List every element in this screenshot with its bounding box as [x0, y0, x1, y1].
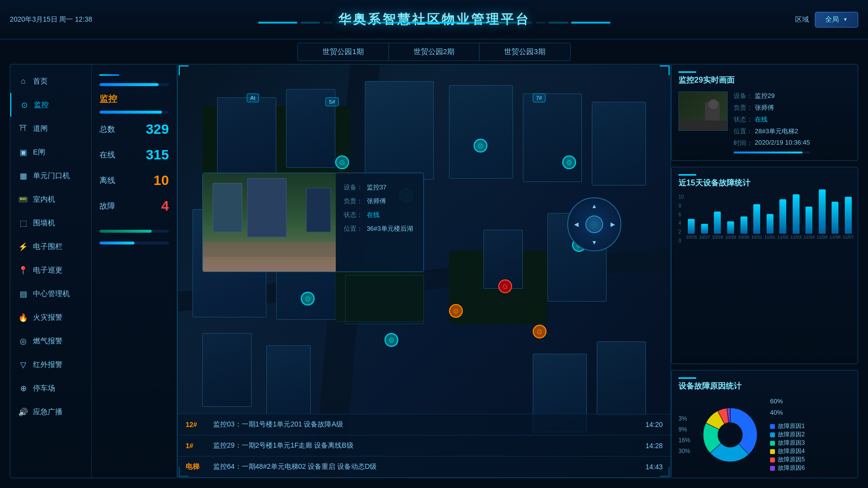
cam-location-row: 位置： 36#3单元楼后湖 [344, 224, 416, 233]
sub-nav-item-3[interactable]: 世贸公园3期 [480, 43, 570, 61]
cam-location-label: 位置： [344, 225, 363, 232]
monitor-status-value: 在线 [755, 115, 768, 124]
cam-marker-3[interactable]: ⊙ [474, 139, 487, 152]
fire-icon: 🔥 [18, 312, 28, 322]
sidebar-item-gate[interactable]: ⛩ 道闸 [10, 117, 91, 140]
bar [767, 214, 773, 234]
alert-id-3: 电梯 [186, 462, 205, 471]
cam-device-value: 监控37 [367, 183, 386, 191]
cam-marker-1[interactable]: ⊙ [335, 155, 349, 169]
sub-nav: 世贸公园1期 世贸公园2期 世贸公园3期 [0, 39, 868, 64]
ir-icon: ▽ [18, 360, 28, 369]
chart-y-labels: 10 8 6 4 2 0 [678, 194, 684, 244]
legend-item: 故障原因4 [770, 447, 805, 456]
fence-icon: ⚡ [18, 242, 28, 251]
sidebar-item-gas[interactable]: ◎ 燃气报警 [10, 329, 91, 353]
ptz-control: ▲ ▼ ◀ ▶ [567, 197, 621, 251]
bar [727, 221, 734, 234]
stat-total-label: 总数 [99, 124, 115, 135]
title-bar [99, 74, 119, 76]
header-title: 华奥系智慧社区物业管理平台 [108, 11, 760, 28]
monitor-progress-bar [734, 152, 810, 153]
cam-marker-6[interactable]: ⊙ [498, 279, 512, 293]
legend-item: 故障原因3 [770, 439, 805, 447]
pie-legend: 故障原因1故障原因2故障原因3故障原因4故障原因5故障原因6 [770, 422, 805, 472]
bar [701, 224, 708, 234]
alert-row-3: 电梯 监控64：一期48#2单元电梯02 设备重启 设备动态D级 14:43 [178, 457, 671, 478]
sidebar-stats: 监控 总数 329 在线 315 离线 10 故障 4 [92, 64, 177, 478]
bar [779, 199, 786, 234]
sidebar-item-center[interactable]: ▤ 中心管理机 [10, 282, 91, 305]
sidebar-item-home[interactable]: ⌂ 首页 [10, 69, 91, 93]
alert-id-1: 12# [186, 421, 205, 428]
cam-location-value: 36#3单元楼后湖 [367, 225, 413, 232]
sidebar-item-label-gate: 道闸 [33, 124, 48, 133]
card-title-bar-2 [678, 174, 696, 176]
sidebar-item-parking[interactable]: ⊕ 停车场 [10, 376, 91, 400]
sidebar-item-broadcast[interactable]: 🔊 应急广播 [10, 400, 91, 424]
sidebar-item-fence[interactable]: ⚡ 电子围栏 [10, 235, 91, 258]
cam-person-label: 负责： [344, 197, 363, 205]
pie-svg [698, 403, 762, 467]
wall-icon: ⬚ [18, 218, 28, 228]
ptz-right-button[interactable]: ▶ [607, 218, 618, 230]
ptz-center[interactable] [585, 215, 603, 233]
monitor-location-value: 28#3单元电梯2 [755, 127, 798, 136]
sidebar-item-indoor[interactable]: 📟 室内机 [10, 187, 91, 211]
sidebar-item-elock[interactable]: ▣ E闸 [10, 140, 91, 164]
map-area: ⊙ ⊙ ⊙ ⊙ ⊙ ⊙ ⊙ ⊙ ⊙ ⊙ 5# 7# At 2020/2/19 1… [177, 64, 671, 478]
monitor-person-label: 负责： [734, 103, 753, 112]
stat-fault: 故障 4 [99, 193, 169, 219]
cam-marker-8[interactable]: ⊙ [533, 325, 547, 338]
bar-label: 10/30 [738, 235, 749, 240]
monitor-location-row: 位置： 28#3单元电梯2 [734, 127, 810, 136]
ptz-up-button[interactable]: ▲ [588, 200, 600, 212]
sub-nav-item-2[interactable]: 世贸公园2期 [389, 43, 480, 61]
sidebar-item-label-home: 首页 [33, 77, 48, 86]
ptz-left-button[interactable]: ◀ [570, 218, 582, 230]
cam-marker-10[interactable]: ⊙ [562, 155, 576, 169]
bar-label: 11/05 [816, 235, 828, 240]
bar-col: 10/29 [725, 221, 737, 240]
sidebar-item-door[interactable]: ▦ 单元门口机 [10, 164, 91, 187]
sidebar-item-label-parking: 停车场 [33, 384, 55, 393]
region-button[interactable]: 全局 [815, 12, 858, 28]
ptz-down-button[interactable]: ▼ [588, 237, 600, 248]
header-right: 区域 全局 [760, 12, 858, 28]
monitor-status-label: 状态： [734, 115, 753, 124]
stat-total: 总数 329 [99, 117, 169, 142]
bar-label: 10/28 [712, 235, 723, 240]
sidebar-item-wall[interactable]: ⬚ 围墙机 [10, 211, 91, 235]
progress-b2 [99, 242, 169, 244]
top-deco [187, 22, 681, 24]
legend-item: 故障原因6 [770, 464, 805, 472]
pie-pct-30: 30% [678, 448, 690, 455]
bar [688, 219, 695, 234]
sidebar-item-label-elock: E闸 [33, 148, 45, 157]
bar [740, 216, 747, 234]
stat-fault-label: 故障 [99, 201, 115, 212]
sidebar-item-ir[interactable]: ▽ 红外报警 [10, 353, 91, 376]
map-label-at: At [247, 93, 258, 102]
legend-label: 故障原因1 [778, 422, 805, 430]
home-icon: ⌂ [18, 76, 28, 86]
sidebar-item-patrol[interactable]: 📍 电子巡更 [10, 258, 91, 282]
sidebar-item-label-monitor: 监控 [34, 100, 49, 110]
sub-nav-item-1[interactable]: 世贸公园1期 [298, 43, 388, 61]
monitor-person-value: 张师傅 [755, 103, 774, 112]
cam-preview: 2020/2/19 15:30:38 (GMT+08:00) [203, 173, 336, 272]
door-icon: ▦ [18, 171, 28, 181]
monitor-location-label: 位置： [734, 127, 753, 136]
alert-row-1: 12# 监控03：一期1号楼1单元201 设备故障A级 14:20 [178, 414, 671, 435]
bar-col: 10/26 [686, 219, 697, 240]
bar-label: 11/01 [764, 235, 775, 240]
ptz-outer: ▲ ▼ ◀ ▶ [567, 197, 621, 251]
legend-label: 故障原因3 [778, 439, 805, 447]
bar-chart-wrapper: 10 8 6 4 2 0 10/2610/2710/2810/2910/3010… [678, 194, 851, 244]
sidebar-item-label-fire: 火灾报警 [33, 313, 63, 322]
stat-total-value: 329 [146, 122, 169, 137]
cam-marker-5[interactable]: ⊙ [449, 304, 463, 318]
sidebar-item-fire[interactable]: 🔥 火灾报警 [10, 305, 91, 329]
sidebar-item-monitor[interactable]: ⊙ 监控 [10, 93, 91, 117]
cam-device-label: 设备： [344, 183, 363, 191]
